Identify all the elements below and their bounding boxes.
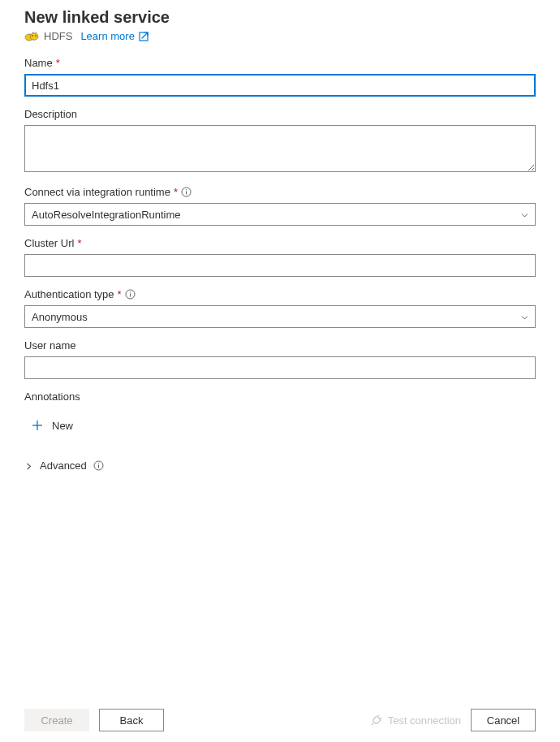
auth-type-label: Authentication type * [24, 288, 536, 300]
hdfs-icon [24, 31, 39, 42]
external-link-icon [138, 31, 149, 42]
create-button[interactable]: Create [24, 709, 89, 731]
svg-point-10 [130, 291, 131, 292]
plus-icon [31, 419, 44, 432]
name-field[interactable] [24, 74, 536, 97]
advanced-toggle[interactable]: Advanced [24, 459, 104, 472]
info-icon [93, 460, 104, 471]
back-button[interactable]: Back [99, 709, 164, 731]
add-annotation-button[interactable]: New [31, 414, 73, 437]
integration-runtime-select[interactable]: AutoResolveIntegrationRuntime [24, 203, 536, 226]
learn-more-link[interactable]: Learn more [80, 30, 149, 42]
auth-type-select[interactable]: Anonymous [24, 305, 536, 328]
svg-point-15 [98, 463, 99, 464]
subtitle-row: HDFS Learn more [24, 30, 536, 42]
test-connection-button[interactable]: Test connection [371, 714, 461, 727]
svg-line-17 [380, 718, 381, 719]
required-asterisk: * [174, 186, 178, 198]
chevron-right-icon [24, 461, 33, 470]
svg-point-7 [186, 189, 187, 190]
svg-point-1 [30, 32, 38, 40]
info-icon[interactable] [125, 289, 136, 300]
new-button-label: New [52, 420, 73, 432]
required-asterisk: * [77, 237, 81, 249]
info-icon[interactable] [181, 187, 192, 197]
svg-line-18 [372, 723, 373, 725]
footer-bar: Create Back Test connection Cancel [0, 698, 560, 742]
description-field[interactable] [24, 125, 536, 172]
svg-point-3 [35, 35, 37, 37]
svg-point-2 [32, 35, 33, 37]
user-name-label: User name [24, 339, 536, 352]
test-connection-label: Test connection [388, 714, 461, 727]
svg-line-16 [377, 715, 379, 717]
service-type-label: HDFS [44, 30, 72, 42]
name-label: Name * [24, 57, 536, 69]
user-name-field[interactable] [24, 356, 536, 379]
integration-runtime-label: Connect via integration runtime * [24, 186, 536, 198]
required-asterisk: * [118, 288, 122, 300]
cluster-url-field[interactable] [24, 254, 536, 277]
annotations-label: Annotations [24, 390, 536, 403]
plug-icon [371, 714, 383, 727]
advanced-label: Advanced [40, 459, 87, 472]
page-title: New linked service [24, 8, 536, 27]
description-label: Description [24, 108, 536, 120]
cluster-url-label: Cluster Url * [24, 237, 536, 249]
required-asterisk: * [56, 57, 60, 69]
learn-more-text: Learn more [80, 30, 134, 42]
cancel-button[interactable]: Cancel [471, 709, 536, 731]
